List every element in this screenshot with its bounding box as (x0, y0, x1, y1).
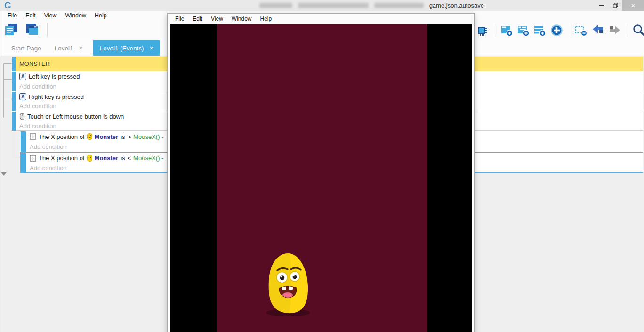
preview-menu-help[interactable]: Help (256, 16, 276, 22)
window-title: game.json.autosave (212, 0, 484, 11)
restore-button[interactable] (608, 0, 622, 11)
tab-label: Level1 (55, 45, 73, 52)
event-template-chip-icon (476, 23, 490, 37)
monster-sprite (265, 251, 312, 317)
monster-thumbnail-icon (87, 133, 92, 140)
condition-text: Right key is pressed (29, 93, 84, 100)
redo-icon (608, 24, 621, 36)
project-manager-button[interactable] (4, 23, 18, 37)
menu-window[interactable]: Window (61, 12, 90, 19)
position-icon (30, 133, 36, 140)
condition-object: Monster (95, 154, 119, 162)
window-controls: × (594, 0, 644, 11)
tab-label: Start Page (11, 45, 41, 52)
event-drag-handle[interactable] (12, 91, 16, 111)
tab-level1-events[interactable]: Level1 (Events) × (93, 40, 160, 56)
condition-object: Monster (95, 133, 119, 140)
menu-help[interactable]: Help (90, 12, 111, 19)
keyboard-key-icon: A (19, 93, 26, 100)
menu-view[interactable]: View (40, 12, 61, 19)
position-icon (30, 155, 36, 162)
add-sub-event-button[interactable] (517, 24, 530, 37)
tab-label: Level1 (Events) (100, 45, 144, 52)
add-comment-button[interactable] (533, 24, 546, 37)
tab-start-page[interactable]: Start Page (5, 40, 48, 56)
mouse-icon (19, 113, 25, 120)
delete-selection-icon (574, 24, 588, 37)
add-event-icon (500, 24, 513, 37)
condition-text: Left key is pressed (29, 73, 80, 80)
choose-event-button[interactable] (550, 24, 564, 37)
scene-window-icon (25, 23, 39, 37)
event-template-button[interactable] (476, 23, 490, 37)
preview-menu-view[interactable]: View (207, 16, 227, 22)
add-comment-icon (533, 24, 546, 37)
close-icon: × (631, 1, 636, 9)
preview-menu-window[interactable]: Window (227, 16, 256, 22)
scene-window-button[interactable] (25, 23, 39, 37)
tree-line (3, 99, 12, 99)
condition-prefix: The X position of (39, 154, 85, 162)
circle-plus-icon (550, 24, 564, 37)
restore-icon (613, 3, 618, 8)
add-sub-event-icon (517, 24, 530, 37)
event-drag-handle[interactable] (12, 57, 16, 71)
delete-selection-button[interactable] (574, 24, 588, 37)
toolbar-separator (47, 23, 48, 37)
condition-verb: is (121, 133, 125, 140)
toolbar-separator (495, 23, 495, 37)
game-scene (217, 24, 427, 332)
monster-thumbnail-icon (87, 155, 92, 162)
preview-window: File Edit View Window Help (167, 13, 475, 332)
condition-expression: MouseX() - (133, 154, 163, 162)
undo-icon (591, 24, 604, 36)
condition-operator: > (128, 133, 131, 140)
tab-close-icon[interactable]: × (150, 44, 153, 52)
title-bar: game.json.autosave × (0, 0, 644, 11)
tree-line (15, 132, 15, 158)
event-drag-handle[interactable] (12, 111, 16, 131)
tree-line (3, 63, 4, 118)
search-events-button[interactable] (632, 24, 644, 37)
tab-level1[interactable]: Level1 × (48, 40, 89, 56)
condition-text: Touch or Left mouse button is down (27, 113, 124, 120)
undo-button[interactable] (591, 24, 604, 36)
tree-line (15, 158, 20, 158)
redacted-title-text (259, 3, 292, 8)
toolbar-separator (627, 23, 627, 37)
window-title-text: game.json.autosave (429, 2, 484, 9)
preview-menu-edit[interactable]: Edit (188, 16, 207, 22)
preview-menu-bar: File Edit View Window Help (168, 14, 474, 24)
toolbar-separator (569, 23, 569, 37)
game-viewport[interactable] (170, 24, 472, 332)
search-icon (632, 24, 644, 37)
minimize-button[interactable] (594, 0, 608, 11)
event-drag-handle[interactable] (21, 131, 26, 152)
tree-line (3, 79, 12, 80)
redacted-title-text (298, 3, 369, 8)
menu-file[interactable]: File (3, 12, 21, 19)
condition-prefix: The X position of (39, 133, 85, 140)
condition-verb: is (121, 154, 125, 162)
menu-edit[interactable]: Edit (21, 12, 40, 19)
keyboard-key-icon: A (19, 73, 26, 80)
window-left-edge (0, 0, 0, 332)
preview-menu-file[interactable]: File (171, 16, 188, 22)
condition-operator: < (128, 154, 131, 162)
collapse-arrow-icon[interactable] (1, 172, 7, 176)
tab-close-icon[interactable]: × (79, 44, 83, 52)
tree-line (15, 138, 21, 138)
gdevelop-logo-icon (4, 1, 12, 9)
redo-button[interactable] (608, 24, 621, 36)
tree-line (3, 63, 12, 64)
add-event-button[interactable] (500, 24, 513, 37)
event-drag-handle[interactable] (12, 71, 16, 91)
minimize-icon (599, 5, 604, 6)
redacted-title-text (374, 3, 424, 8)
event-drag-handle[interactable] (21, 153, 26, 172)
project-manager-icon (4, 23, 18, 37)
condition-expression: MouseX() - (133, 133, 163, 140)
close-button[interactable]: × (622, 0, 644, 11)
